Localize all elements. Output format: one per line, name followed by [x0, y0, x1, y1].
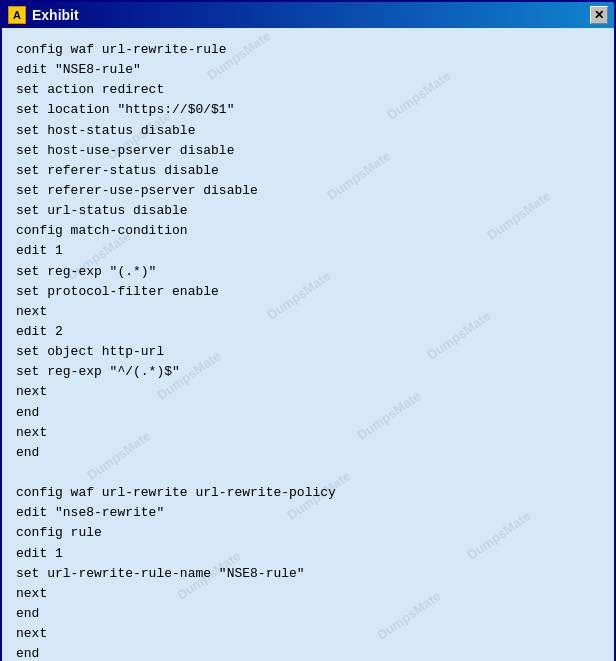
- code-line: edit "nse8-rewrite": [16, 503, 600, 523]
- code-line: [16, 463, 600, 483]
- code-line: end: [16, 644, 600, 661]
- code-line: edit 2: [16, 322, 600, 342]
- code-line: end: [16, 443, 600, 463]
- code-line: set referer-status disable: [16, 161, 600, 181]
- exhibit-window: A Exhibit ✕ DumpsMateDumpsMateDumpsMateD…: [0, 0, 616, 661]
- code-line: end: [16, 403, 600, 423]
- code-line: config rule: [16, 523, 600, 543]
- code-line: set protocol-filter enable: [16, 282, 600, 302]
- code-line: edit 1: [16, 544, 600, 564]
- window-title: Exhibit: [32, 7, 79, 23]
- title-bar: A Exhibit ✕: [2, 2, 614, 28]
- code-block: config waf url-rewrite-ruleedit "NSE8-ru…: [16, 40, 600, 661]
- window-icon: A: [8, 6, 26, 24]
- code-line: edit 1: [16, 241, 600, 261]
- code-line: set reg-exp "^/(.*)$": [16, 362, 600, 382]
- code-line: set location "https://$0/$1": [16, 100, 600, 120]
- code-line: set reg-exp "(.*)": [16, 262, 600, 282]
- code-line: set host-status disable: [16, 121, 600, 141]
- code-line: next: [16, 584, 600, 604]
- code-line: config waf url-rewrite-rule: [16, 40, 600, 60]
- code-line: end: [16, 604, 600, 624]
- title-bar-left: A Exhibit: [8, 6, 79, 24]
- code-line: config match-condition: [16, 221, 600, 241]
- code-line: set url-status disable: [16, 201, 600, 221]
- close-button[interactable]: ✕: [590, 6, 608, 24]
- code-line: next: [16, 624, 600, 644]
- code-line: set object http-url: [16, 342, 600, 362]
- code-line: next: [16, 302, 600, 322]
- code-line: set referer-use-pserver disable: [16, 181, 600, 201]
- code-line: next: [16, 423, 600, 443]
- code-line: edit "NSE8-rule": [16, 60, 600, 80]
- code-line: next: [16, 382, 600, 402]
- code-line: set host-use-pserver disable: [16, 141, 600, 161]
- code-line: set url-rewrite-rule-name "NSE8-rule": [16, 564, 600, 584]
- code-line: set action redirect: [16, 80, 600, 100]
- code-line: config waf url-rewrite url-rewrite-polic…: [16, 483, 600, 503]
- content-area: DumpsMateDumpsMateDumpsMateDumpsMateDump…: [2, 28, 614, 661]
